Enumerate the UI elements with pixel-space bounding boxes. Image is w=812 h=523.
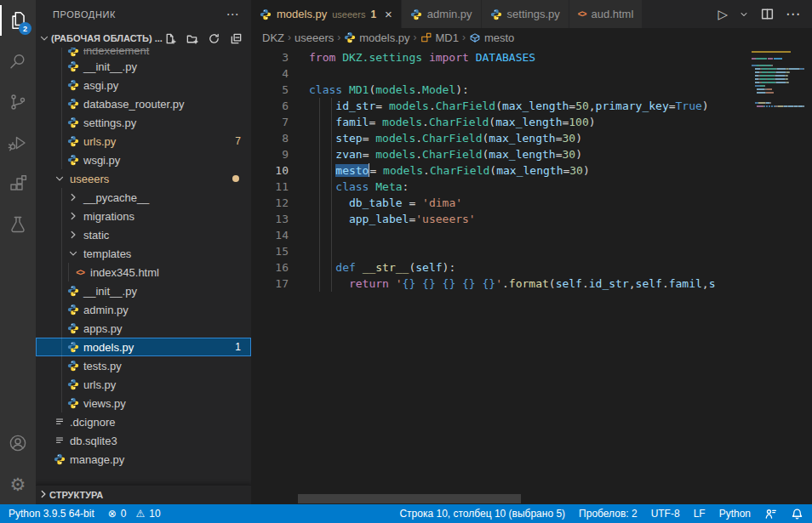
token: Model [422,83,455,96]
breadcrumb-item-useeers[interactable]: useeers [294,31,334,44]
status-cursor-position[interactable]: Строка 10, столбец 10 (выбрано 5) [399,508,565,520]
tab-bar: models.pyuseeers1×admin.pysettings.py<>a… [251,0,812,28]
error-icon: ⊗ [108,508,117,520]
tree-item-urls-py[interactable]: urls.py7 [36,132,251,151]
tab-admin-py[interactable]: admin.py [402,0,482,28]
token: __str__ [363,261,409,274]
breadcrumb-item-dkz[interactable]: DKZ [262,31,284,44]
run-button[interactable]: ▷ [718,7,728,22]
tree-item-init-py[interactable]: __init__.py [36,281,251,300]
workspace-section-header[interactable]: (РАБОЧАЯ ОБЛАСТЬ) ... [36,29,251,48]
tree-item-label: migrations [83,210,134,223]
minimap-line [752,78,804,80]
token: CharField [436,99,495,112]
activity-item-testing[interactable] [0,204,36,245]
token [436,277,443,290]
status-indentation[interactable]: Пробелов: 2 [579,508,638,520]
code-text: mesto= models.CharField(max_length=30) [309,162,590,179]
status-text: Строка 10, столбец 10 (выбрано 5) [399,508,565,520]
activity-item-settings[interactable]: ⚙ [0,463,36,504]
minimap-line [752,82,804,83]
status-encoding[interactable]: UTF-8 [651,508,680,520]
breadcrumb-item-models-py[interactable]: models.py [344,31,409,44]
status-notifications[interactable] [791,508,803,520]
chevron-right-icon [37,488,49,502]
token: ) [575,132,582,145]
tree-item-templates[interactable]: templates [36,244,251,263]
more-actions-icon[interactable]: ⋯ [786,5,800,23]
tree-item-tests-py[interactable]: tests.py [36,356,251,375]
token: zvan [335,148,362,161]
tab-settings-py[interactable]: settings.py [482,0,569,28]
token: 30 [562,132,575,145]
token: True [676,99,702,112]
collapse-all-icon[interactable] [230,32,243,45]
breadcrumb-item-md1[interactable]: MD1 [420,31,459,44]
tree-item-useeers[interactable]: useeers [36,169,251,188]
outline-section-header[interactable]: СТРУКТУРА [36,485,251,504]
tree-item-index345-html[interactable]: <>index345.html [36,263,251,281]
tree-item-migrations[interactable]: migrations [36,207,251,225]
file-icon [53,435,66,446]
status-language-mode[interactable]: Python [719,508,751,520]
activity-item-account[interactable] [0,423,36,463]
tree-item-asgi-py[interactable]: asgi.py [36,76,251,94]
code-line: 17 return '{} {} {} {} {}'.format(self.i… [251,276,749,292]
tab-aud-html[interactable]: <>aud.html [569,0,643,28]
activity-item-extensions[interactable] [0,163,36,204]
status-right: Строка 10, столбец 10 (выбрано 5)Пробело… [399,508,803,520]
token: . [423,164,430,177]
indent-guide [61,57,62,76]
tree-item-init-py[interactable]: __init__.py [36,57,251,76]
code-editor[interactable]: 3from DKZ.settings import DATABASES45cla… [251,47,812,504]
tree-item-static[interactable]: static [36,225,251,244]
token [309,213,349,225]
tree-item-pycache[interactable]: __pycache__ [36,188,251,207]
status-python-version[interactable]: Python 3.9.5 64-bit [9,508,94,520]
tree-item-database-roouter-py[interactable]: database_roouter.py [36,94,251,113]
more-actions-icon[interactable]: ⋯ [226,10,239,19]
status-bar: Python 3.9.5 64-bit⊗0⚠10 Строка 10, стол… [0,504,812,523]
tree-item-models-py[interactable]: models.py1 [36,338,251,356]
activity-item-source-control[interactable] [0,82,36,122]
tree-item-apps-py[interactable]: apps.py [36,319,251,338]
indent-guide [61,281,62,300]
tree-item-dcignore[interactable]: .dcignore [36,412,251,431]
refresh-icon[interactable] [208,32,220,45]
tree-item-views-py[interactable]: views.py [36,394,251,412]
status-problems[interactable]: ⊗0⚠10 [108,508,161,520]
close-icon[interactable]: × [385,8,392,20]
status-left: Python 3.9.5 64-bit⊗0⚠10 [9,508,161,520]
new-file-icon[interactable] [163,32,176,45]
tab-models-py[interactable]: models.pyuseeers1× [251,0,402,28]
line-number: 8 [251,130,289,146]
status-feedback[interactable] [764,508,777,520]
minimap-line [752,102,804,104]
tree-item-db-sqlite3[interactable]: db.sqlite3 [36,431,251,450]
tree-item-manage-py[interactable]: manage.py [36,450,251,469]
token: . [422,116,429,128]
tree-item-label: wsgi.py [83,154,120,167]
tree-item-wsgi-py[interactable]: wsgi.py [36,151,251,169]
status-eol[interactable]: LF [694,508,706,520]
warning-count: 10 [149,508,160,520]
minimap-line [752,71,804,73]
activity-item-run-debug[interactable] [0,122,36,163]
token: = [569,99,575,112]
tree-item-indexelement[interactable]: indexelement [36,48,251,57]
new-folder-icon[interactable] [186,32,198,45]
tree-item-urls-py[interactable]: urls.py [36,375,251,394]
horizontal-scrollbar[interactable] [298,494,521,503]
breadcrumb-item-mesto[interactable]: mesto [469,31,514,44]
chevron-down-icon [66,247,80,259]
minimap-line [752,99,804,100]
activity-item-search[interactable] [0,41,36,82]
indent-guide [61,188,62,207]
tree-item-admin-py[interactable]: admin.py [36,300,251,319]
split-editor-icon[interactable] [760,7,775,21]
minimap[interactable] [752,51,804,109]
run-dropdown-chevron-icon[interactable] [739,9,749,20]
activity-item-explorer[interactable]: 2 [0,0,36,41]
token [309,277,349,290]
tree-item-settings-py[interactable]: settings.py [36,113,251,132]
